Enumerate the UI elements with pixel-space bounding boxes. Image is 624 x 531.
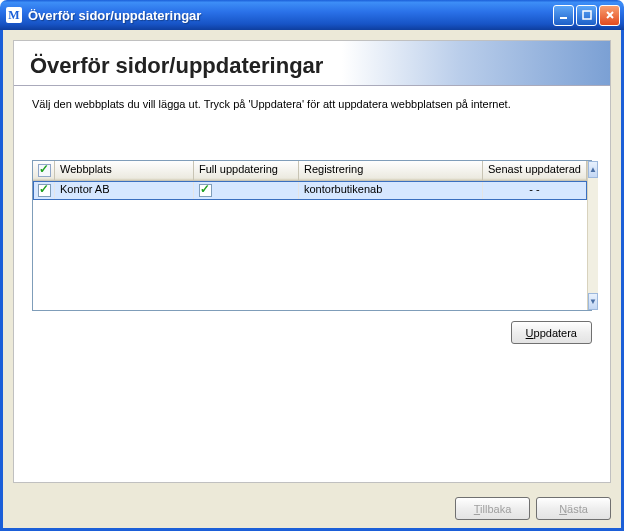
grid-empty-area bbox=[33, 200, 587, 310]
cell-full-uppdatering[interactable] bbox=[194, 181, 299, 199]
page-heading: Överför sidor/uppdateringar bbox=[30, 53, 323, 79]
header-webbplats[interactable]: Webbplats bbox=[55, 161, 194, 181]
instruction-text: Välj den webbplats du vill lägga ut. Try… bbox=[14, 86, 610, 110]
header-checkbox-cell[interactable] bbox=[33, 161, 55, 181]
cell-senast-uppdaterad: - - bbox=[483, 181, 587, 199]
content-panel: Överför sidor/uppdateringar Välj den web… bbox=[13, 40, 611, 483]
table-row[interactable]: Kontor AB kontorbutikenab - - bbox=[33, 181, 587, 200]
cell-registrering: kontorbutikenab bbox=[299, 181, 483, 199]
svg-rect-1 bbox=[583, 11, 591, 19]
close-button[interactable] bbox=[599, 5, 620, 26]
scroll-down-button[interactable]: ▼ bbox=[588, 293, 598, 310]
app-icon: M bbox=[6, 7, 22, 23]
header-senast-uppdaterad[interactable]: Senast uppdaterad bbox=[483, 161, 587, 181]
maximize-button[interactable] bbox=[576, 5, 597, 26]
uppdatera-button[interactable]: Uppdatera bbox=[511, 321, 592, 344]
select-all-checkbox-icon bbox=[38, 164, 51, 177]
nasta-button: Nästa bbox=[536, 497, 611, 520]
title-bar: M Överför sidor/uppdateringar bbox=[0, 0, 624, 30]
scroll-up-button[interactable]: ▲ bbox=[588, 161, 598, 178]
window-title: Överför sidor/uppdateringar bbox=[28, 8, 553, 23]
cell-webbplats: Kontor AB bbox=[55, 181, 194, 199]
banner: Överför sidor/uppdateringar bbox=[14, 41, 610, 86]
data-grid: Webbplats Full uppdatering Registrering … bbox=[32, 160, 592, 311]
grid-header-row: Webbplats Full uppdatering Registrering … bbox=[33, 161, 587, 181]
tillbaka-button: Tillbaka bbox=[455, 497, 530, 520]
window-body: Överför sidor/uppdateringar Välj den web… bbox=[0, 30, 624, 531]
header-full-uppdatering[interactable]: Full uppdatering bbox=[194, 161, 299, 181]
minimize-button[interactable] bbox=[553, 5, 574, 26]
vertical-scrollbar[interactable]: ▲ ▼ bbox=[587, 161, 598, 310]
row-checkbox-cell[interactable] bbox=[33, 181, 55, 199]
checkbox-icon bbox=[38, 184, 51, 197]
svg-rect-0 bbox=[560, 17, 567, 19]
wizard-footer: Tillbaka Nästa bbox=[3, 493, 621, 528]
checkbox-icon bbox=[199, 184, 212, 197]
header-registrering[interactable]: Registrering bbox=[299, 161, 483, 181]
